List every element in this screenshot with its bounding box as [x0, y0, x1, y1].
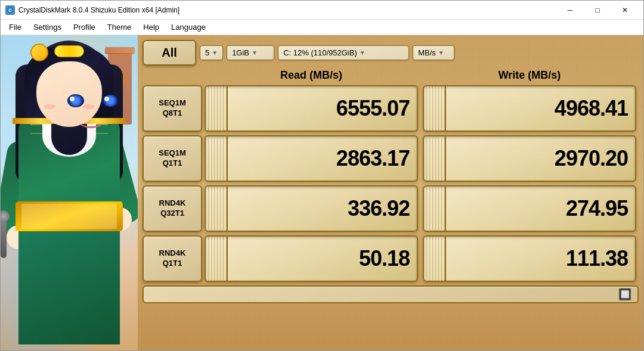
row-label-2: RND4K Q32T1 [143, 185, 202, 232]
headers-row: Read (MB/s) Write (MB/s) [143, 69, 639, 82]
benchmark-area: All 5 ▼ 1GiB ▼ C: 12% (110/952GiB) ▼ MB/… [138, 35, 643, 350]
row-label-1-line1: SEQ1M [159, 148, 186, 159]
svg-text:C: C [8, 8, 11, 13]
char-mic-stand [1, 216, 7, 258]
menu-profile[interactable]: Profile [67, 21, 101, 33]
character-figure [13, 41, 126, 350]
drive-arrow-icon: ▼ [360, 49, 366, 56]
bench-row-1: SEQ1M Q1T1 2863.17 2970.20 [143, 135, 639, 182]
read-value-2: 336.92 [348, 196, 410, 221]
runs-dropdown[interactable]: 5 ▼ [200, 45, 223, 60]
write-value-1: 2970.20 [555, 146, 628, 171]
char-mouth [79, 116, 103, 128]
close-button[interactable]: ✕ [611, 1, 639, 20]
runs-value: 5 [205, 48, 209, 57]
read-cell-0: 6555.07 [205, 85, 418, 132]
read-cell-inner-1: 2863.17 [205, 135, 418, 182]
char-eye-shine-left [70, 97, 75, 101]
read-header: Read (MB/s) [202, 69, 420, 82]
char-hair-ribbon [54, 45, 84, 57]
all-button[interactable]: All [143, 40, 196, 66]
size-dropdown[interactable]: 1GiB ▼ [227, 45, 274, 60]
char-eye-shine-right [104, 97, 109, 101]
app-icon: C [5, 5, 15, 15]
read-cell-inner-3: 50.18 [205, 235, 418, 282]
window-title: CrystalDiskMark 8.0.4 Shizuku Edition x6… [18, 6, 556, 14]
char-eye-right [102, 94, 119, 107]
write-value-3: 111.38 [566, 246, 628, 271]
row-label-0: SEQ1M Q8T1 [143, 85, 202, 132]
write-value-0: 4968.41 [555, 96, 628, 121]
drive-dropdown[interactable]: C: 12% (110/952GiB) ▼ [278, 45, 409, 60]
read-cell-3: 50.18 [205, 235, 418, 282]
read-cell-2: 336.92 [205, 185, 418, 232]
window-controls: ─ □ ✕ [556, 1, 639, 20]
char-eye-left [67, 94, 84, 107]
char-blush-left [44, 104, 55, 109]
write-cell-inner-0: 4968.41 [423, 85, 636, 132]
char-face [36, 61, 102, 127]
write-cell-3: 111.38 [423, 235, 636, 282]
char-body [18, 118, 120, 344]
character-area [1, 35, 138, 350]
row-label-0-line2: Q8T1 [163, 108, 182, 119]
row-label-1: SEQ1M Q1T1 [143, 135, 202, 182]
maximize-button[interactable]: □ [584, 1, 611, 20]
read-value-0: 6555.07 [336, 96, 410, 121]
read-cell-1: 2863.17 [205, 135, 418, 182]
read-value-1: 2863.17 [336, 146, 410, 171]
menu-settings[interactable]: Settings [27, 21, 67, 33]
status-bar: 🔲 [143, 285, 639, 303]
write-header: Write (MB/s) [420, 69, 639, 82]
obi-pattern [21, 204, 117, 229]
row-label-1-line2: Q1T1 [163, 159, 182, 169]
write-cell-1: 2970.20 [423, 135, 636, 182]
read-value-3: 50.18 [359, 246, 410, 271]
read-cell-inner-0: 6555.07 [205, 85, 418, 132]
menu-theme[interactable]: Theme [101, 21, 137, 33]
main-window: C CrystalDiskMark 8.0.4 Shizuku Edition … [0, 0, 644, 351]
status-icon: 🔲 [618, 288, 631, 301]
read-cell-inner-2: 336.92 [205, 185, 418, 232]
controls-row: All 5 ▼ 1GiB ▼ C: 12% (110/952GiB) ▼ MB/… [143, 40, 639, 66]
write-cell-2: 274.95 [423, 185, 636, 232]
row-label-2-line2: Q32T1 [160, 209, 184, 219]
row-label-2-line1: RND4K [159, 198, 186, 209]
row-label-3: RND4K Q1T1 [143, 235, 202, 282]
size-value: 1GiB [232, 48, 249, 57]
bench-row-3: RND4K Q1T1 50.18 111.38 [143, 235, 639, 282]
bench-row-0: SEQ1M Q8T1 6555.07 4968.41 [143, 85, 639, 132]
write-cell-0: 4968.41 [423, 85, 636, 132]
write-cell-inner-1: 2970.20 [423, 135, 636, 182]
row-label-3-line2: Q1T1 [163, 259, 182, 269]
minimize-button[interactable]: ─ [556, 1, 584, 20]
drive-value: C: 12% (110/952GiB) [283, 48, 357, 57]
bench-row-2: RND4K Q32T1 336.92 274.95 [143, 185, 639, 232]
write-value-2: 274.95 [566, 196, 628, 221]
menu-bar: File Settings Profile Theme Help Languag… [1, 20, 643, 35]
runs-arrow-icon: ▼ [212, 49, 218, 56]
main-content: All 5 ▼ 1GiB ▼ C: 12% (110/952GiB) ▼ MB/… [1, 35, 643, 350]
unit-value: MB/s [418, 48, 436, 57]
write-cell-inner-2: 274.95 [423, 185, 636, 232]
char-obi [16, 201, 123, 231]
title-bar: C CrystalDiskMark 8.0.4 Shizuku Edition … [1, 1, 643, 20]
write-cell-inner-3: 111.38 [423, 235, 636, 282]
row-label-3-line1: RND4K [159, 249, 186, 259]
menu-file[interactable]: File [3, 21, 27, 33]
char-blush-right [83, 104, 95, 109]
row-label-0-line1: SEQ1M [159, 98, 186, 108]
menu-language[interactable]: Language [165, 21, 212, 33]
size-arrow-icon: ▼ [252, 49, 258, 56]
unit-dropdown[interactable]: MB/s ▼ [413, 45, 454, 60]
unit-arrow-icon: ▼ [438, 49, 444, 56]
char-hair-ornament [30, 44, 48, 61]
menu-help[interactable]: Help [137, 21, 165, 33]
